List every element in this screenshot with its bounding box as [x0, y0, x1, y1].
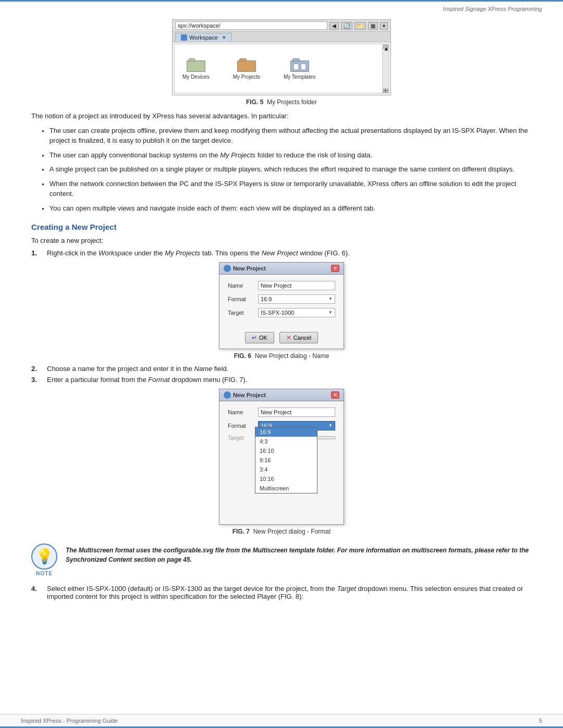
fb-forward-btn: 🔄 — [341, 22, 352, 30]
section-heading: Creating a New Project — [31, 223, 532, 231]
bullet-text-4: When the network connection between the … — [50, 179, 532, 199]
step-1-row: 1. Right-click in the Workspace under th… — [31, 249, 532, 257]
scrollbar-down: ▼ — [383, 89, 388, 93]
dialog-select-format[interactable]: 16:9 ▼ — [258, 294, 335, 304]
dialog-footer-6: ↵ OK ✕ Cancel — [219, 328, 344, 349]
fb-tab-icon — [181, 34, 187, 41]
page-header: Inspired Signage XPress Programming — [0, 2, 563, 14]
fig5-caption: FIG. 5 My Projects folder — [31, 98, 532, 106]
dialog-title-7: New Project — [224, 391, 266, 399]
ok-icon: ↵ — [252, 334, 257, 341]
dialog7-label-name: Name — [228, 409, 254, 415]
note-text: The Multiscreen format uses the configur… — [66, 544, 532, 564]
dialog-title-text-7: New Project — [233, 392, 266, 398]
step-3-row: 3. Enter a particular format from the Fo… — [31, 376, 532, 384]
step-1-num: 1. — [31, 249, 42, 257]
note-icon-container: 💡 NOTE — [31, 544, 57, 576]
fb-tabs: Workspace ✕ — [173, 32, 390, 42]
fig7-text: New Project dialog - Format — [253, 528, 331, 535]
bullet-text-2: The user can apply conventional backup s… — [50, 150, 372, 161]
header-title: Inspired Signage XPress Programming — [443, 6, 542, 12]
step-1-text: Right-click in the Workspace under the M… — [47, 249, 350, 257]
dialog-titlebar-6: New Project ✕ — [219, 263, 344, 275]
fig5-text: My Projects folder — [267, 98, 317, 106]
intro-text: The notion of a project as introduced by… — [31, 111, 532, 121]
dropdown-option-916[interactable]: 9:16 — [255, 455, 317, 465]
dialog-fig6-container: New Project ✕ Name New Project Format 16… — [31, 262, 532, 349]
main-content: spx://workspace/ ◀ 🔄 📁 ▦ ▾ Workspace ✕ M… — [0, 14, 563, 624]
fb-tab-label: Workspace — [189, 34, 218, 41]
dropdown-option-169[interactable]: 16:9 — [255, 427, 317, 437]
footer-right: 5 — [539, 718, 542, 724]
dialog-label-name: Name — [228, 282, 254, 289]
fb-tab-close: ✕ — [222, 35, 226, 40]
file-browser-screenshot: spx://workspace/ ◀ 🔄 📁 ▦ ▾ Workspace ✕ M… — [172, 19, 391, 95]
format-dropdown-list: 16:9 4:3 16:10 9:16 3:4 10:16 Multiscree… — [255, 427, 317, 493]
fb-templates-label: My Templates — [284, 74, 316, 80]
dropdown-option-43[interactable]: 4:3 — [255, 437, 317, 446]
note-label: NOTE — [36, 571, 53, 576]
dialog-select-target[interactable]: IS-SPX-1000 ▼ — [258, 308, 335, 317]
note-box: 💡 NOTE The Multiscreen format uses the c… — [31, 544, 532, 576]
fb-devices-label: My Devices — [182, 74, 210, 80]
dropdown-option-1016[interactable]: 10:16 — [255, 474, 317, 484]
dialog-titlebar-7: New Project ✕ — [219, 389, 344, 401]
step-2-text: Choose a name for the project and enter … — [47, 365, 228, 373]
fb-toolbar: spx://workspace/ ◀ 🔄 📁 ▦ ▾ — [173, 20, 390, 32]
step-4-text: Select either IS-SPX-1000 (default) or I… — [47, 585, 532, 600]
step-2-num: 2. — [31, 365, 42, 373]
numbered-intro: To create a new project: — [31, 236, 532, 246]
dialog-body-6: Name New Project Format 16:9 ▼ Target IS… — [219, 275, 344, 328]
dialog-close-7[interactable]: ✕ — [331, 391, 339, 399]
fb-scrollbar: ▲ ▼ — [382, 44, 388, 93]
dialog7-label-target: Target — [228, 435, 254, 441]
dropdown-option-multiscreen[interactable]: Multiscreen — [255, 484, 317, 493]
dialog-close-6[interactable]: ✕ — [331, 265, 339, 272]
bullet-text-5: You can open multiple views and navigate… — [50, 203, 375, 214]
bullet-list: The user can create projects offline, pr… — [42, 126, 532, 214]
step-2-row: 2. Choose a name for the project and ent… — [31, 365, 532, 373]
cancel-label: Cancel — [293, 335, 311, 341]
dialog-format-value: 16:9 — [261, 296, 272, 302]
footer-left: Inspired XPress - Programming Guide — [21, 718, 118, 724]
dropdown-arrow-format-icon: ▼ — [328, 423, 333, 428]
dialog-target-value: IS-SPX-1000 — [261, 310, 294, 316]
dialog-fig7: New Project ✕ Name New Project Format 16… — [219, 389, 344, 525]
cancel-icon: ✕ — [286, 334, 291, 341]
dialog-row-name: Name New Project — [228, 281, 335, 290]
fb-projects-label: My Projects — [233, 74, 260, 80]
dialog-row-format: Format 16:9 ▼ — [228, 294, 335, 304]
fig7-label: FIG. 7 — [232, 528, 250, 535]
ok-button-6[interactable]: ↵ OK — [245, 332, 274, 343]
dialog-title-text-6: New Project — [233, 265, 266, 272]
dropdown-option-1610[interactable]: 16:10 — [255, 446, 317, 455]
bullet-item-3: A single project can be published on a s… — [42, 164, 532, 175]
dialog7-input-name[interactable]: New Project — [258, 408, 335, 417]
dialog-label-target: Target — [228, 310, 254, 316]
fig6-text: New Project dialog - Name — [255, 352, 329, 360]
fig7-caption: FIG. 7 New Project dialog - Format — [31, 528, 532, 535]
dropdown-option-34[interactable]: 3:4 — [255, 465, 317, 474]
dialog-input-name[interactable]: New Project — [258, 281, 335, 290]
dropdown-arrow-icon: ▼ — [328, 297, 333, 301]
dialog7-row-name: Name New Project — [228, 408, 335, 417]
fb-menu-btn: ▾ — [380, 22, 388, 30]
fb-workspace-tab: Workspace ✕ — [175, 33, 232, 42]
dialog-icon-7 — [224, 391, 231, 399]
fig6-caption: FIG. 6 New Project dialog - Name — [31, 352, 532, 360]
ok-label: OK — [259, 335, 267, 341]
cancel-button-6[interactable]: ✕ Cancel — [279, 332, 318, 343]
dialog-title-6: New Project — [224, 265, 266, 272]
bullet-item-4: When the network connection between the … — [42, 179, 532, 199]
fb-item-projects: My Projects — [233, 57, 260, 80]
bullet-item-5: You can open multiple views and navigate… — [42, 203, 532, 214]
note-text-bold: The Multiscreen format uses the configur… — [66, 547, 529, 563]
dialog-icon-6 — [224, 265, 231, 272]
bottom-bar: Inspired XPress - Programming Guide 5 — [0, 714, 563, 726]
bullet-text-3: A single project can be published on a s… — [50, 164, 515, 175]
dialog-label-format: Format — [228, 296, 254, 302]
fb-address: spx://workspace/ — [175, 21, 327, 30]
dialog-fig6: New Project ✕ Name New Project Format 16… — [219, 262, 344, 349]
bullet-text-1: The user can create projects offline, pr… — [50, 126, 532, 146]
step-3-text: Enter a particular format from the Forma… — [47, 376, 247, 384]
